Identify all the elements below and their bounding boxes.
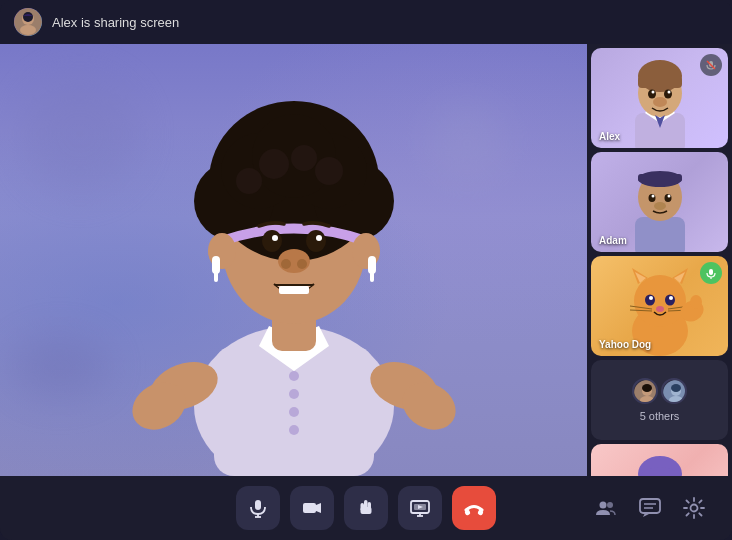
- hand-raise-button[interactable]: [344, 486, 388, 530]
- participant-tile[interactable]: Adam: [591, 152, 728, 252]
- svg-point-3: [23, 12, 33, 22]
- sidebar-participants: Alex: [587, 44, 732, 476]
- svg-point-81: [640, 396, 654, 404]
- people-button[interactable]: [588, 490, 624, 526]
- svg-point-48: [653, 97, 667, 107]
- svg-point-58: [667, 195, 670, 198]
- svg-point-69: [669, 296, 673, 300]
- svg-point-24: [315, 157, 343, 185]
- svg-rect-51: [635, 217, 685, 252]
- svg-point-32: [297, 259, 307, 269]
- svg-point-66: [645, 295, 655, 306]
- svg-marker-103: [316, 503, 321, 513]
- top-bar: Alex is sharing screen: [0, 0, 732, 44]
- others-avatar-2: [661, 378, 687, 404]
- camera-button[interactable]: [290, 486, 334, 530]
- end-call-button[interactable]: [452, 486, 496, 530]
- svg-point-44: [648, 90, 656, 99]
- others-avatars: [632, 378, 687, 404]
- svg-rect-33: [279, 286, 309, 294]
- svg-point-115: [600, 502, 607, 509]
- mic-button[interactable]: [236, 486, 280, 530]
- participant-name-adam: Adam: [599, 235, 627, 246]
- mic-badge-alex: [700, 54, 722, 76]
- svg-point-70: [656, 306, 664, 312]
- svg-point-25: [236, 168, 262, 194]
- svg-rect-102: [303, 503, 316, 513]
- svg-point-26: [262, 230, 282, 252]
- svg-point-29: [316, 235, 322, 241]
- screen-share-button[interactable]: [398, 486, 442, 530]
- svg-point-59: [654, 202, 666, 210]
- svg-point-6: [289, 371, 299, 381]
- participant-tile[interactable]: Yahoo Dog: [591, 256, 728, 356]
- svg-point-8: [289, 407, 299, 417]
- toolbar: [0, 476, 732, 540]
- others-tile[interactable]: 5 others: [591, 360, 728, 440]
- svg-point-85: [669, 396, 683, 404]
- others-count-text: 5 others: [640, 410, 680, 422]
- presenter-avatar: [14, 8, 42, 36]
- svg-point-86: [671, 384, 681, 392]
- svg-point-27: [306, 230, 326, 252]
- participant-tile[interactable]: Yui: [591, 444, 728, 476]
- participant-name-alex: Alex: [599, 131, 620, 142]
- participant-tile[interactable]: Alex: [591, 48, 728, 148]
- svg-rect-99: [255, 500, 261, 510]
- svg-point-22: [259, 149, 289, 179]
- main-presenter-character: [104, 44, 484, 476]
- svg-point-2: [20, 25, 36, 35]
- svg-rect-38: [214, 268, 218, 282]
- svg-point-67: [665, 295, 675, 306]
- svg-point-121: [691, 505, 698, 512]
- app-container: Alex is sharing screen: [0, 0, 732, 540]
- settings-button[interactable]: [676, 490, 712, 526]
- svg-point-47: [667, 91, 670, 94]
- svg-point-31: [281, 259, 291, 269]
- svg-rect-107: [361, 507, 372, 514]
- svg-rect-77: [709, 269, 713, 275]
- main-video: [0, 44, 587, 476]
- participant-name-yahoo: Yahoo Dog: [599, 339, 651, 350]
- svg-point-68: [649, 296, 653, 300]
- sharing-status-text: Alex is sharing screen: [52, 15, 179, 30]
- svg-point-76: [690, 295, 702, 309]
- svg-point-9: [289, 425, 299, 435]
- svg-point-45: [664, 90, 672, 99]
- svg-point-116: [607, 502, 613, 508]
- svg-point-46: [651, 91, 654, 94]
- svg-point-28: [272, 235, 278, 241]
- svg-rect-39: [370, 268, 374, 282]
- svg-rect-43: [638, 76, 682, 88]
- svg-rect-54: [638, 174, 682, 182]
- svg-point-23: [291, 145, 317, 171]
- others-avatar-1: [632, 378, 658, 404]
- chat-button[interactable]: [632, 490, 668, 526]
- svg-point-7: [289, 389, 299, 399]
- toolbar-right-actions: [588, 490, 712, 526]
- svg-rect-117: [640, 499, 660, 513]
- svg-point-57: [651, 195, 654, 198]
- svg-point-61: [634, 275, 686, 327]
- main-content: Alex: [0, 44, 732, 476]
- svg-point-82: [642, 384, 652, 392]
- mic-badge-yahoo: [700, 262, 722, 284]
